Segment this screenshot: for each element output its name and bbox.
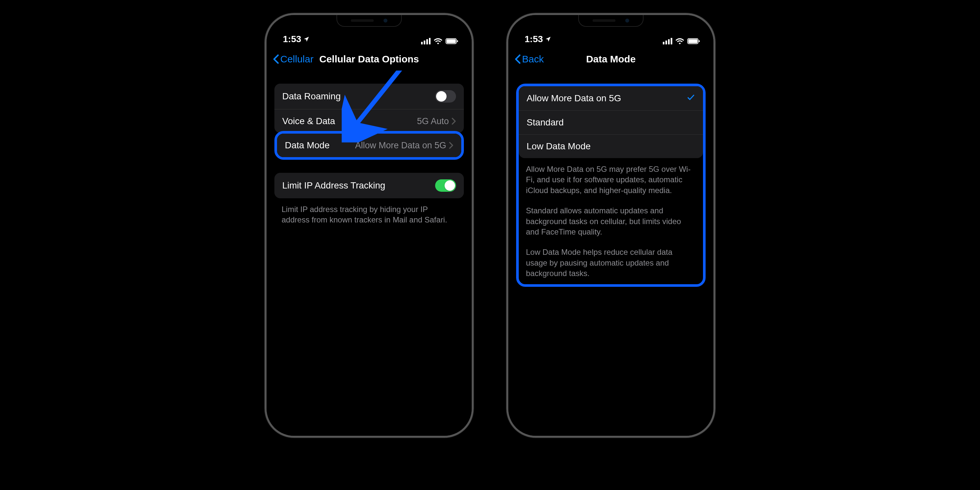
battery-icon [687,38,700,45]
checkmark-icon [687,93,695,104]
row-label: Data Mode [285,140,329,151]
notch [336,15,402,27]
nav-bar: Cellular Cellular Data Options [267,48,472,70]
desc-standard: Standard allows automatic updates and ba… [519,204,703,237]
chevron-right-icon [449,142,453,149]
option-label: Allow More Data on 5G [527,93,621,103]
back-button[interactable]: Back [515,54,544,65]
option-allow-more-5g[interactable]: Allow More Data on 5G [519,86,703,110]
settings-group-1: Data Roaming Voice & Data 5G Auto [274,84,464,133]
mute-switch [506,97,508,113]
power-button [714,126,715,172]
svg-rect-1 [447,39,456,43]
option-label: Low Data Mode [527,141,590,151]
desc-allow-more: Allow More Data on 5G may prefer 5G over… [519,163,703,196]
footer-text: Limit IP address tracking by hiding your… [274,203,464,225]
options-group: Allow More Data on 5G Standard Low Data … [519,86,703,158]
row-value: 5G Auto [417,116,449,126]
highlight-data-mode-options: Allow More Data on 5G Standard Low Data … [516,84,706,287]
location-icon [303,36,310,43]
highlight-data-mode: Data Mode Allow More Data on 5G [274,131,464,160]
row-limit-ip[interactable]: Limit IP Address Tracking [274,173,464,198]
volume-up [506,123,508,152]
row-label: Data Roaming [282,91,341,102]
svg-rect-6 [699,40,700,42]
row-voice-data[interactable]: Voice & Data 5G Auto [274,109,464,133]
row-label: Voice & Data [282,116,335,126]
limit-ip-toggle[interactable] [435,179,456,192]
status-time: 1:53 [283,34,301,45]
svg-rect-2 [457,40,458,42]
cellular-signal-icon [421,38,431,45]
status-time: 1:53 [525,34,543,45]
row-data-roaming[interactable]: Data Roaming [274,84,464,109]
phone-right: 1:53 Back Data Mode [506,13,715,438]
option-label: Standard [527,117,564,128]
content-area: Allow More Data on 5G Standard Low Data … [508,70,713,436]
back-label: Cellular [280,54,313,65]
svg-rect-5 [688,39,697,43]
content-area: Data Roaming Voice & Data 5G Auto Data M… [267,70,472,436]
mute-switch [265,97,266,113]
row-label: Limit IP Address Tracking [282,180,385,191]
settings-group-2: Limit IP Address Tracking [274,173,464,198]
cellular-signal-icon [663,38,672,45]
row-value: Allow More Data on 5G [355,140,446,151]
phone-left: 1:53 Cellular Cellular Data Options [265,13,474,438]
nav-bar: Back Data Mode [508,48,713,70]
row-data-mode[interactable]: Data Mode Allow More Data on 5G [277,134,461,157]
option-low-data[interactable]: Low Data Mode [519,134,703,158]
wifi-icon [676,38,684,45]
chevron-back-icon [515,54,521,64]
volume-down [506,159,508,188]
desc-low-data: Low Data Mode helps reduce cellular data… [519,246,703,284]
data-roaming-toggle[interactable] [435,90,456,103]
back-label: Back [522,54,544,65]
volume-up [265,123,266,152]
chevron-back-icon [273,54,279,64]
option-standard[interactable]: Standard [519,110,703,134]
volume-down [265,159,266,188]
chevron-right-icon [452,118,456,125]
back-button[interactable]: Cellular [273,54,313,65]
battery-icon [445,38,459,45]
location-icon [545,36,551,43]
wifi-icon [434,38,442,45]
notch [578,15,644,27]
power-button [473,126,474,172]
